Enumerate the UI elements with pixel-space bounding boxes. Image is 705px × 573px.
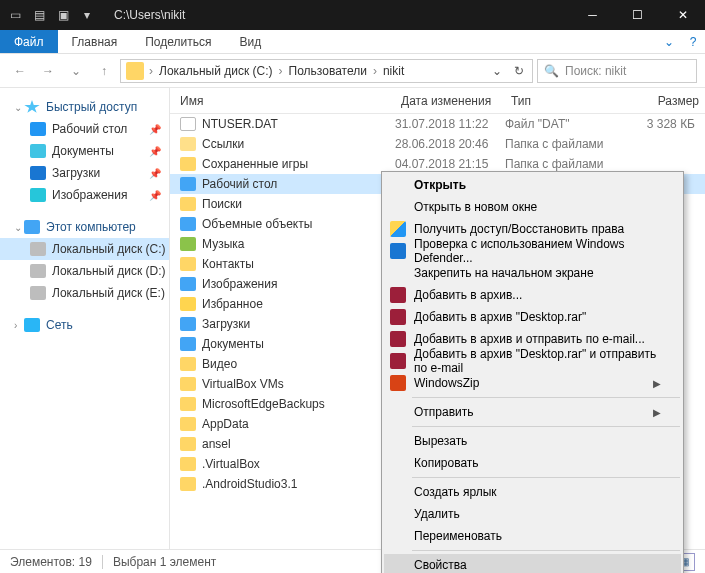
file-row[interactable]: NTUSER.DAT 31.07.2018 11:22 Файл "DAT" 3… — [170, 114, 705, 134]
file-icon — [180, 317, 196, 331]
file-size: 3 328 КБ — [625, 117, 705, 131]
sidebar-item-label: Локальный диск (D:) — [52, 264, 166, 278]
tab-view[interactable]: Вид — [225, 30, 275, 53]
nav-forward-button[interactable]: → — [36, 59, 60, 83]
minimize-button[interactable]: ─ — [570, 0, 615, 30]
menu-item-label: WindowsZip — [414, 376, 479, 390]
menu-item[interactable]: Проверка с использованием Windows Defend… — [384, 240, 681, 262]
file-icon — [180, 217, 196, 231]
file-type: Папка с файлами — [505, 137, 625, 151]
menu-item[interactable]: Удалить — [384, 503, 681, 525]
file-name: VirtualBox VMs — [202, 377, 395, 391]
file-row[interactable]: Ссылки 28.06.2018 20:46 Папка с файлами — [170, 134, 705, 154]
file-name: Загрузки — [202, 317, 395, 331]
address-input[interactable]: › Локальный диск (C:) › Пользователи › n… — [120, 59, 533, 83]
menu-item[interactable]: Добавить в архив "Desktop.rar" — [384, 306, 681, 328]
menu-item-label: Переименовать — [414, 529, 502, 543]
menu-item-label: Добавить в архив "Desktop.rar" — [414, 310, 586, 324]
breadcrumb[interactable]: Пользователи — [285, 64, 371, 78]
file-icon — [180, 437, 196, 451]
menu-item[interactable]: Переименовать — [384, 525, 681, 547]
qat-explorer-icon[interactable]: ▭ — [4, 4, 26, 26]
window-title: C:\Users\nikit — [102, 8, 570, 22]
file-name: ansel — [202, 437, 395, 451]
ribbon-expand-icon[interactable]: ⌄ — [657, 30, 681, 53]
file-name: Сохраненные игры — [202, 157, 395, 171]
breadcrumb[interactable]: Локальный диск (C:) — [155, 64, 277, 78]
file-icon — [180, 117, 196, 131]
sidebar: ⌄ Быстрый доступ Рабочий стол 📌 Документ… — [0, 88, 170, 549]
submenu-arrow-icon: ▶ — [653, 378, 661, 389]
column-size[interactable]: Размер — [625, 94, 705, 108]
menu-separator — [412, 397, 680, 398]
file-icon — [180, 357, 196, 371]
file-icon — [180, 157, 196, 171]
qat-dropdown-icon[interactable]: ▾ — [76, 4, 98, 26]
menu-item[interactable]: WindowsZip▶ — [384, 372, 681, 394]
sidebar-item-icon — [30, 122, 46, 136]
column-name[interactable]: Имя — [170, 94, 395, 108]
sidebar-item-icon — [30, 188, 46, 202]
menu-item[interactable]: Копировать — [384, 452, 681, 474]
sidebar-quick-access[interactable]: ⌄ Быстрый доступ — [0, 96, 169, 118]
sidebar-item[interactable]: Изображения 📌 — [0, 184, 169, 206]
menu-item-icon — [390, 309, 406, 325]
sidebar-item-label: Рабочий стол — [52, 122, 127, 136]
network-icon — [24, 318, 40, 332]
help-icon[interactable]: ? — [681, 30, 705, 53]
tab-file[interactable]: Файл — [0, 30, 58, 53]
sidebar-item[interactable]: Загрузки 📌 — [0, 162, 169, 184]
file-name: MicrosoftEdgeBackups — [202, 397, 395, 411]
column-type[interactable]: Тип — [505, 94, 625, 108]
chevron-right-icon[interactable]: › — [147, 64, 155, 78]
qat-properties-icon[interactable]: ▤ — [28, 4, 50, 26]
file-name: .VirtualBox — [202, 457, 395, 471]
menu-item[interactable]: Вырезать — [384, 430, 681, 452]
breadcrumb[interactable]: nikit — [379, 64, 408, 78]
menu-item[interactable]: Открыть — [384, 174, 681, 196]
menu-item[interactable]: Свойства — [384, 554, 681, 573]
maximize-button[interactable]: ☐ — [615, 0, 660, 30]
menu-item[interactable]: Добавить в архив "Desktop.rar" и отправи… — [384, 350, 681, 372]
chevron-right-icon[interactable]: › — [277, 64, 285, 78]
nav-recent-button[interactable]: ⌄ — [64, 59, 88, 83]
menu-item-label: Копировать — [414, 456, 479, 470]
menu-item[interactable]: Добавить в архив... — [384, 284, 681, 306]
address-dropdown-icon[interactable]: ⌄ — [486, 64, 508, 78]
sidebar-item-label: Загрузки — [52, 166, 100, 180]
close-button[interactable]: ✕ — [660, 0, 705, 30]
tab-home[interactable]: Главная — [58, 30, 132, 53]
file-name: Документы — [202, 337, 395, 351]
refresh-icon[interactable]: ↻ — [508, 64, 530, 78]
tab-share[interactable]: Поделиться — [131, 30, 225, 53]
qat-newfolder-icon[interactable]: ▣ — [52, 4, 74, 26]
menu-item-label: Получить доступ/Восстановить права — [414, 222, 624, 236]
sidebar-item[interactable]: Документы 📌 — [0, 140, 169, 162]
sidebar-item-icon — [30, 144, 46, 158]
disk-icon — [30, 242, 46, 256]
column-date[interactable]: Дата изменения — [395, 94, 505, 108]
search-placeholder: Поиск: nikit — [565, 64, 626, 78]
menu-item[interactable]: Закрепить на начальном экране — [384, 262, 681, 284]
file-name: .AndroidStudio3.1 — [202, 477, 395, 491]
menu-item[interactable]: Создать ярлык — [384, 481, 681, 503]
search-input[interactable]: 🔍 Поиск: nikit — [537, 59, 697, 83]
menu-item-icon — [390, 221, 406, 237]
file-date: 04.07.2018 21:15 — [395, 157, 505, 171]
nav-back-button[interactable]: ← — [8, 59, 32, 83]
sidebar-this-pc[interactable]: ⌄ Этот компьютер — [0, 216, 169, 238]
sidebar-disk[interactable]: Локальный диск (E:) — [0, 282, 169, 304]
chevron-right-icon[interactable]: › — [371, 64, 379, 78]
menu-item[interactable]: Открыть в новом окне — [384, 196, 681, 218]
nav-up-button[interactable]: ↑ — [92, 59, 116, 83]
menu-item[interactable]: Отправить▶ — [384, 401, 681, 423]
file-icon — [180, 457, 196, 471]
sidebar-disk[interactable]: Локальный диск (D:) — [0, 260, 169, 282]
sidebar-disk[interactable]: Локальный диск (C:) — [0, 238, 169, 260]
file-icon — [180, 397, 196, 411]
file-icon — [180, 257, 196, 271]
sidebar-item-label: Локальный диск (E:) — [52, 286, 165, 300]
sidebar-item[interactable]: Рабочий стол 📌 — [0, 118, 169, 140]
sidebar-network[interactable]: › Сеть — [0, 314, 169, 336]
file-name: Объемные объекты — [202, 217, 395, 231]
